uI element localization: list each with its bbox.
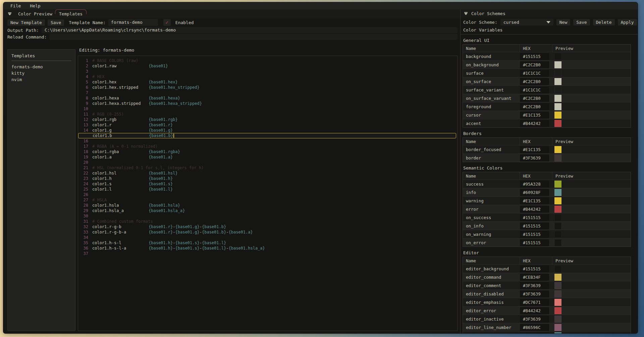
new-template-button[interactable]: New Template: [7, 19, 45, 26]
hex-cell: #151515: [520, 222, 552, 229]
template-list-item[interactable]: nvim: [11, 76, 71, 83]
tab-templates[interactable]: Templates: [56, 10, 85, 18]
editor-line[interactable]: 7: [78, 90, 457, 95]
hex-input[interactable]: #60928F: [520, 189, 549, 196]
color-scheme-dropdown[interactable]: cursed: [500, 19, 553, 25]
hex-input[interactable]: #C2C2B0: [520, 95, 549, 102]
hex-input[interactable]: #151515: [520, 239, 549, 246]
editor-line-number: 14: [78, 128, 88, 133]
hex-input[interactable]: #60928F: [520, 332, 549, 333]
hex-input[interactable]: #C2C2B0: [520, 61, 549, 68]
template-list-item[interactable]: formats-demo: [11, 64, 71, 70]
editor-line[interactable]: 18color1.rgba{base01.rgba}: [78, 149, 457, 154]
editor-line[interactable]: 33color1.r-g-b-a{base01.r}-{base01.g}-{b…: [78, 229, 457, 235]
hex-input[interactable]: #E1C135: [520, 112, 549, 119]
editor-line[interactable]: 20: [78, 160, 457, 165]
editor-line-number: 22: [78, 171, 88, 176]
hex-input[interactable]: #1C1C1C: [520, 86, 549, 93]
menu-file[interactable]: File: [10, 3, 21, 8]
editor-line[interactable]: 11# RGB (0-255): [78, 112, 457, 117]
editor-line[interactable]: 22color1.hsl{base01.hsl}: [78, 171, 457, 176]
editor-line[interactable]: 36color1.h-s-l-a{base01.h}-{base01.s}-{b…: [78, 246, 457, 251]
tab-color-preview[interactable]: Color Preview: [15, 10, 55, 18]
editor-line[interactable]: 2color1.raw{base01}: [78, 63, 457, 69]
editor-line[interactable]: 6color1.hex.stripped{base01.hex_stripped…: [78, 85, 457, 90]
editor-line[interactable]: 19color1.a{base01.a}: [78, 154, 457, 160]
hex-input[interactable]: #B44242: [520, 307, 549, 314]
color-swatch: [554, 103, 561, 110]
editor-line[interactable]: 34: [78, 235, 457, 240]
editor-line[interactable]: 15color1.b{base01.b}: [78, 133, 456, 138]
hex-input[interactable]: #95A328: [520, 181, 549, 188]
scheme-new-button[interactable]: New: [556, 19, 570, 25]
scheme-save-button[interactable]: Save: [573, 19, 590, 25]
hex-cell: #60928F: [520, 189, 552, 196]
editor-line[interactable]: 28color1.hsla{base01.hsla}: [78, 203, 457, 208]
editor-line[interactable]: 23color1.h{base01.h}: [78, 176, 457, 181]
editor-line[interactable]: 5color1.hex{base01.hex}: [78, 79, 457, 85]
hex-input[interactable]: #151515: [520, 214, 549, 221]
section-title: Semantic Colors: [463, 165, 630, 171]
editor-comment-text: # RGBA (A = 0-1 normalized): [92, 144, 158, 149]
hex-input[interactable]: #B44242: [520, 120, 549, 127]
variable-name: on_surface_varuant: [463, 96, 520, 101]
hex-input[interactable]: #151515: [520, 265, 549, 272]
editor-line[interactable]: 12color1.rgb{base01.rgb}: [78, 117, 457, 122]
editor-line[interactable]: 21# HSL (normalized 0-1 for s,l, integer…: [78, 165, 457, 171]
editor-line[interactable]: 24color1.s{base01.s}: [78, 181, 457, 187]
editor-line[interactable]: 10: [78, 106, 457, 112]
editor-line[interactable]: 14color1.g{base01.g}: [78, 128, 457, 133]
enabled-checkbox[interactable]: ✓: [163, 19, 171, 26]
template-list-item[interactable]: kitty: [11, 70, 71, 76]
editor-line[interactable]: 37: [78, 251, 457, 256]
output-path-input[interactable]: C:\Users\user\AppData\Roaming\clrsync\fo…: [42, 27, 458, 33]
editor-line[interactable]: 9color1.hexa.stripped{base01.hexa_stripp…: [78, 101, 457, 106]
editor-value-text: {base01.hex_stripped}: [149, 85, 200, 90]
editor-line[interactable]: 8color1.hexa{base01.hexa}: [78, 95, 457, 101]
menu-help[interactable]: Help: [30, 3, 40, 8]
editor-line[interactable]: 29color1.hsla_a{base01.hsla_a}: [78, 208, 457, 213]
editor-line[interactable]: 31# Combined custom formats: [78, 219, 457, 224]
hex-cell: #1C1C1C: [520, 86, 552, 93]
hex-input[interactable]: #3F3639: [520, 290, 549, 297]
editor-line[interactable]: 26: [78, 192, 457, 197]
color-variable-row: cursor#E1C135: [463, 111, 631, 119]
hex-input[interactable]: #3F3639: [520, 282, 549, 289]
editor-line[interactable]: 13color1.r{base01.r}: [78, 122, 457, 128]
hex-input[interactable]: #3F3639: [520, 316, 549, 323]
hex-input[interactable]: #E1C135: [520, 146, 549, 153]
hex-input[interactable]: #C2C2B0: [520, 78, 549, 85]
editor-line[interactable]: 17# RGBA (A = 0-1 normalized): [78, 144, 457, 149]
reload-command-input[interactable]: [49, 34, 458, 40]
editor-line[interactable]: 3: [78, 69, 457, 74]
editor-line[interactable]: 35color1.h-s-l{base01.h}-{base01.s}-{bas…: [78, 240, 457, 246]
editor-line-number: 23: [78, 176, 88, 181]
collapse-panel-icon[interactable]: [8, 12, 11, 15]
hex-input[interactable]: #CEB34F: [520, 274, 549, 281]
hex-input[interactable]: #1C1C1C: [520, 70, 549, 77]
hex-input[interactable]: #86596C: [520, 324, 549, 331]
editor-line[interactable]: 27# HSLA: [78, 197, 457, 203]
editor-line[interactable]: 30: [78, 213, 457, 219]
hex-input[interactable]: #DC7671: [520, 299, 549, 306]
hex-input[interactable]: #151515: [520, 53, 549, 60]
hex-cell: #151515: [520, 231, 552, 238]
save-template-button[interactable]: Save: [48, 19, 64, 26]
editor-line[interactable]: 16: [78, 138, 457, 144]
hex-input[interactable]: #C2C2B0: [520, 103, 549, 110]
editor-line[interactable]: 4# HEX: [78, 74, 457, 79]
editor-line[interactable]: 25color1.l{base01.l}: [78, 187, 457, 192]
editor-line[interactable]: 1# BASE COLORS (raw): [78, 58, 457, 63]
hex-input[interactable]: #151515: [520, 222, 549, 229]
editor-line-number: 36: [78, 246, 88, 251]
template-name-input[interactable]: formats-demo: [108, 19, 158, 26]
hex-input[interactable]: #B44242: [520, 206, 549, 213]
hex-input[interactable]: #3F3639: [520, 154, 549, 161]
scheme-apply-button[interactable]: Apply: [618, 19, 637, 25]
collapse-schemes-icon[interactable]: [464, 12, 468, 15]
hex-input[interactable]: #E1C135: [520, 197, 549, 204]
template-code-editor[interactable]: 1# BASE COLORS (raw)2color1.raw{base01}3…: [78, 56, 458, 331]
hex-input[interactable]: #151515: [520, 231, 549, 238]
scheme-delete-button[interactable]: Delete: [593, 19, 615, 25]
editor-line[interactable]: 32color1.r-g-b{base01.r}-{base01.g}-{bas…: [78, 224, 457, 229]
